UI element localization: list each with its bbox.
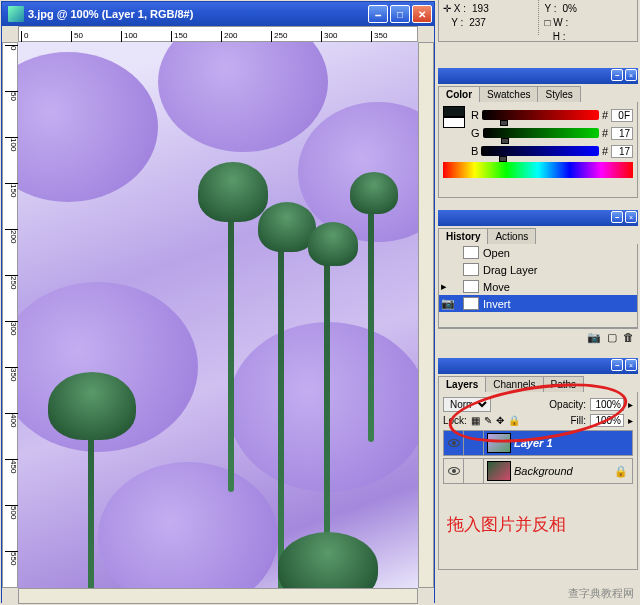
canvas[interactable] bbox=[18, 42, 418, 588]
info-x-val: 193 bbox=[472, 3, 489, 14]
ruler-tick: 100 bbox=[121, 31, 137, 42]
ruler-tick: 300 bbox=[5, 321, 18, 335]
doc-icon bbox=[8, 6, 24, 22]
ruler-tick: 250 bbox=[271, 31, 287, 42]
g-input[interactable] bbox=[611, 127, 633, 140]
ruler-tick: 350 bbox=[371, 31, 387, 42]
history-item[interactable]: ▸Move bbox=[439, 278, 637, 295]
history-label: Drag Layer bbox=[483, 264, 537, 276]
layer-thumbnail[interactable] bbox=[487, 461, 511, 481]
r-label: R bbox=[471, 109, 479, 121]
panel-bar[interactable]: ‒× bbox=[438, 68, 638, 84]
hash: # bbox=[602, 145, 608, 157]
ruler-tick: 100 bbox=[5, 137, 18, 151]
tab-color[interactable]: Color bbox=[438, 86, 480, 102]
doc-body: 0 50 100 150 200 250 300 350 0 50 100 15… bbox=[2, 26, 434, 604]
panel-bar[interactable]: ‒× bbox=[438, 358, 638, 374]
panel-min-icon[interactable]: ‒ bbox=[611, 211, 623, 223]
new-doc-icon[interactable]: ▢ bbox=[607, 331, 617, 344]
hash: # bbox=[602, 109, 608, 121]
history-label: Invert bbox=[483, 298, 511, 310]
eye-icon bbox=[448, 467, 460, 475]
ruler-tick: 200 bbox=[5, 229, 18, 243]
move-icon bbox=[463, 280, 479, 293]
history-label: Open bbox=[483, 247, 510, 259]
g-label: G bbox=[471, 127, 480, 139]
panel-min-icon[interactable]: ‒ bbox=[611, 69, 623, 81]
drag-layer-icon bbox=[463, 263, 479, 276]
document-window: 3.jpg @ 100% (Layer 1, RGB/8#) ‒ □ ✕ 0 5… bbox=[1, 1, 435, 603]
tab-actions[interactable]: Actions bbox=[487, 228, 536, 244]
doc-title: 3.jpg @ 100% (Layer 1, RGB/8#) bbox=[28, 8, 368, 20]
annotation-text: 拖入图片并反相 bbox=[447, 513, 566, 536]
history-tools: 📷 ▢ 🗑 bbox=[438, 328, 638, 346]
ruler-tick: 400 bbox=[5, 413, 18, 427]
ruler-tick: 150 bbox=[5, 183, 18, 197]
watermark: 查字典教程网 bbox=[568, 586, 634, 601]
color-well[interactable] bbox=[443, 106, 465, 160]
g-slider[interactable] bbox=[483, 128, 599, 138]
ruler-tick: 200 bbox=[221, 31, 237, 42]
tab-styles[interactable]: Styles bbox=[537, 86, 580, 102]
history-item-selected[interactable]: 📷Invert bbox=[439, 295, 637, 312]
trash-icon[interactable]: 🗑 bbox=[623, 331, 634, 344]
ruler-tick: 0 bbox=[21, 31, 28, 42]
ruler-tick: 0 bbox=[5, 45, 18, 50]
ruler-tick: 50 bbox=[5, 91, 18, 101]
b-slider[interactable] bbox=[481, 146, 599, 156]
ruler-tick: 50 bbox=[71, 31, 83, 42]
close-button[interactable]: ✕ bbox=[412, 5, 432, 23]
info-y-val: 237 bbox=[469, 17, 486, 28]
snapshot-icon[interactable]: 📷 bbox=[587, 331, 601, 344]
hash: # bbox=[602, 127, 608, 139]
ruler-tick: 350 bbox=[5, 367, 18, 381]
spectrum-picker[interactable] bbox=[443, 162, 633, 178]
open-icon bbox=[463, 246, 479, 259]
invert-icon bbox=[463, 297, 479, 310]
ruler-tick: 500 bbox=[5, 505, 18, 519]
color-tabs: Color Swatches Styles bbox=[438, 84, 638, 102]
ruler-tick: 150 bbox=[171, 31, 187, 42]
horizontal-ruler[interactable]: 0 50 100 150 200 250 300 350 bbox=[18, 26, 418, 42]
tab-swatches[interactable]: Swatches bbox=[479, 86, 538, 102]
eye-icon bbox=[448, 439, 460, 447]
minimize-button[interactable]: ‒ bbox=[368, 5, 388, 23]
ruler-tick: 300 bbox=[321, 31, 337, 42]
chevron-icon[interactable]: ▸ bbox=[628, 399, 633, 410]
visibility-toggle[interactable] bbox=[444, 459, 464, 483]
panel-bar[interactable]: ‒× bbox=[438, 210, 638, 226]
doc-titlebar[interactable]: 3.jpg @ 100% (Layer 1, RGB/8#) ‒ □ ✕ bbox=[2, 2, 434, 26]
lock-icon: 🔒 bbox=[614, 465, 628, 478]
history-label: Move bbox=[483, 281, 510, 293]
maximize-button[interactable]: □ bbox=[390, 5, 410, 23]
bg-color[interactable] bbox=[443, 117, 465, 128]
color-panel: ‒× Color Swatches Styles R# G# B# bbox=[438, 68, 638, 198]
ruler-tick: 250 bbox=[5, 275, 18, 289]
r-input[interactable] bbox=[611, 109, 633, 122]
tab-history[interactable]: History bbox=[438, 228, 488, 244]
history-item[interactable]: Drag Layer bbox=[439, 261, 637, 278]
fg-color[interactable] bbox=[443, 106, 465, 117]
chevron-icon[interactable]: ▸ bbox=[628, 415, 633, 426]
history-item[interactable]: Open bbox=[439, 244, 637, 261]
info-y2-val: 0% bbox=[563, 3, 577, 14]
link-cell[interactable] bbox=[464, 459, 484, 483]
panel-close-icon[interactable]: × bbox=[625, 359, 637, 371]
history-panel: ‒× History Actions Open Drag Layer ▸Move… bbox=[438, 210, 638, 348]
layer-row[interactable]: Background 🔒 bbox=[443, 458, 633, 484]
b-label: B bbox=[471, 145, 478, 157]
panel-close-icon[interactable]: × bbox=[625, 211, 637, 223]
layer-name[interactable]: Background bbox=[514, 465, 573, 477]
ruler-tick: 450 bbox=[5, 459, 18, 473]
panel-close-icon[interactable]: × bbox=[625, 69, 637, 81]
panel-min-icon[interactable]: ‒ bbox=[611, 359, 623, 371]
vertical-ruler[interactable]: 0 50 100 150 200 250 300 350 400 450 500… bbox=[2, 42, 18, 588]
canvas-image bbox=[18, 42, 418, 588]
vertical-scrollbar[interactable] bbox=[418, 42, 434, 588]
b-input[interactable] bbox=[611, 145, 633, 158]
tab-layers[interactable]: Layers bbox=[438, 376, 486, 392]
info-panel: B :228 ✛ X :193 Y :237 X :9% Y :0% □ W :… bbox=[438, 0, 638, 42]
r-slider[interactable] bbox=[482, 110, 599, 120]
horizontal-scrollbar[interactable] bbox=[18, 588, 418, 604]
ruler-tick: 550 bbox=[5, 551, 18, 565]
